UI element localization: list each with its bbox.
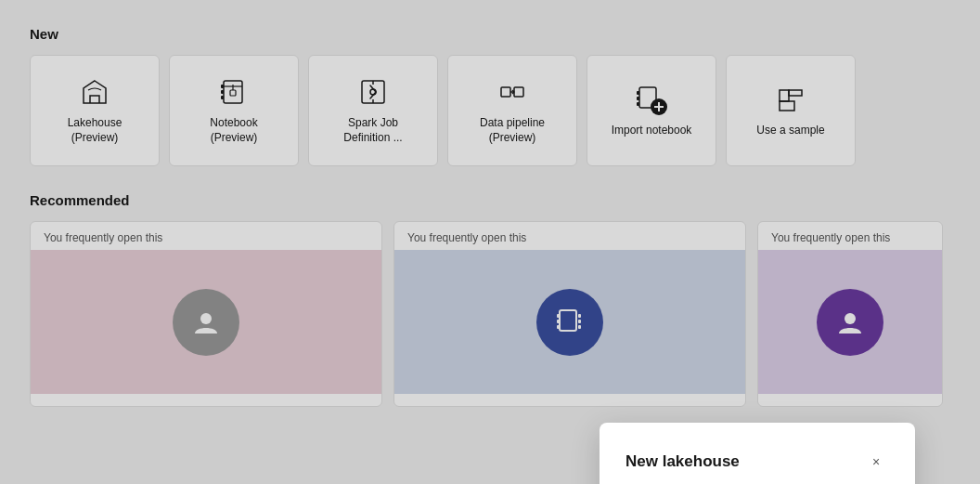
modal-close-button[interactable]: ×	[863, 449, 889, 475]
modal-header: New lakehouse ×	[625, 449, 889, 475]
modal-title: New lakehouse	[625, 452, 740, 471]
new-lakehouse-modal: New lakehouse × Name * Create Cancel	[600, 423, 915, 484]
modal-overlay: New lakehouse × Name * Create Cancel	[0, 0, 980, 484]
